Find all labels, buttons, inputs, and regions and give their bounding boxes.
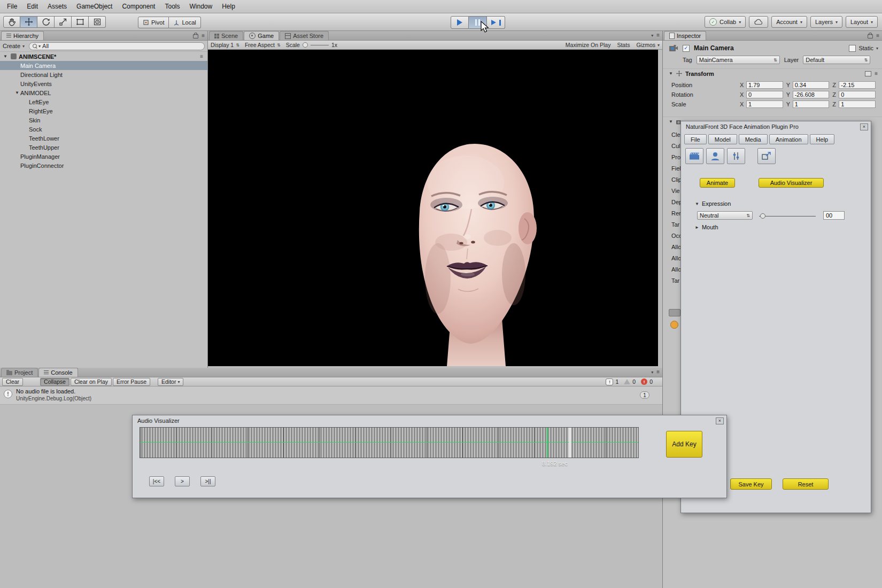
tab-inspector[interactable]: Inspector [664, 31, 706, 40]
aspect-dropdown[interactable]: Free Aspect ⇅ [245, 41, 281, 49]
foldout-icon[interactable]: ▼ [669, 71, 673, 76]
media-clapper-button[interactable] [685, 148, 703, 164]
console-toolbar-button[interactable]: Clear [2, 378, 23, 386]
hierarchy-item[interactable]: LeftEye [0, 97, 207, 106]
collab-dropdown[interactable]: ✓ Collab ▾ [705, 16, 746, 28]
layers-dropdown[interactable]: Layers ▾ [810, 16, 842, 28]
axis-z-field[interactable]: -2.15 [839, 81, 876, 89]
console-toolbar-button[interactable]: Collapse [40, 378, 69, 386]
panel-menu-icon[interactable]: ≡ [876, 33, 879, 38]
axis-z-field[interactable]: 0 [839, 91, 876, 98]
display-dropdown[interactable]: Display 1 ⇅ [211, 41, 239, 49]
hierarchy-item[interactable]: Skin [0, 115, 207, 125]
model-face-button[interactable] [706, 148, 724, 164]
scene-menu-icon[interactable]: ≡ [200, 53, 203, 59]
close-button[interactable]: × [716, 417, 724, 424]
animate-button[interactable]: Animate [700, 178, 735, 188]
hierarchy-item[interactable]: PluginConnector [0, 161, 207, 170]
static-flags-arrow-icon[interactable]: ▾ [876, 46, 878, 51]
hierarchy-item[interactable]: TeethLower [0, 134, 207, 143]
component-gizmo-icon[interactable] [670, 321, 678, 329]
info-count-icon[interactable]: ! [606, 378, 613, 385]
playhead[interactable] [547, 428, 548, 458]
plugin-menu-button[interactable]: Model [708, 134, 737, 144]
hierarchy-item[interactable]: Main Camera [0, 61, 207, 70]
hierarchy-item[interactable]: TeethUpper [0, 143, 207, 152]
plugin-menu-button[interactable]: File [684, 134, 707, 144]
account-dropdown[interactable]: Account ▾ [771, 16, 807, 28]
rotate-tool-button[interactable] [37, 16, 55, 28]
panel-menu-icon[interactable]: ≡ [656, 369, 660, 375]
axis-y-field[interactable]: 0.34 [793, 81, 830, 89]
save-key-button[interactable]: Save Key [730, 478, 772, 490]
audio-window-titlebar[interactable]: Audio Visualizer [133, 415, 726, 426]
rect-tool-button[interactable] [72, 16, 89, 28]
axis-x-field[interactable]: 1 [746, 100, 783, 108]
audio-visualizer-button[interactable]: Audio Visualizer [759, 178, 824, 188]
tag-dropdown[interactable]: MainCamera ⇅ [697, 56, 780, 64]
editor-dropdown[interactable]: Editor ▾ [158, 378, 183, 386]
layout-dropdown[interactable]: Layout ▾ [846, 16, 878, 28]
axis-x-field[interactable]: 1.79 [746, 81, 783, 89]
hierarchy-item[interactable]: Sock [0, 125, 207, 134]
waveform-timeline[interactable] [140, 427, 639, 458]
expression-slider-track[interactable] [759, 216, 816, 216]
hierarchy-item[interactable]: ▼ ANIMODEL [0, 88, 207, 97]
panel-menu-icon[interactable]: ≡ [656, 33, 660, 38]
tuning-sliders-button[interactable] [727, 148, 745, 164]
component-menu-icon[interactable]: ≡ [875, 71, 878, 76]
foldout-icon[interactable]: ▼ [2, 54, 9, 59]
tab-asset-store[interactable]: Asset Store [280, 31, 329, 40]
close-button[interactable]: × [860, 123, 868, 130]
layer-dropdown[interactable]: Default ⇅ [803, 56, 870, 64]
stats-toggle[interactable]: Stats [617, 42, 630, 48]
tab-console[interactable]: Console [38, 368, 78, 377]
texture-swatch[interactable] [669, 309, 680, 316]
menu-item[interactable]: File [2, 0, 22, 13]
maximize-on-play-toggle[interactable]: Maximize On Play [566, 42, 611, 48]
scale-slider-knob[interactable] [303, 42, 308, 48]
expression-amount-field[interactable]: 00 [823, 211, 845, 220]
lock-icon[interactable] [868, 34, 873, 38]
hierarchy-item[interactable]: UnityEvents [0, 79, 207, 88]
play-button[interactable] [451, 16, 469, 29]
tab-scene[interactable]: Scene [209, 31, 243, 40]
menu-item[interactable]: GameObject [72, 0, 117, 13]
transport-button[interactable]: >|| [200, 476, 215, 486]
cloud-button[interactable] [749, 16, 768, 28]
reset-button[interactable]: Reset [783, 478, 829, 490]
menu-item[interactable]: Edit [22, 0, 43, 13]
expression-dropdown[interactable]: Neutral ⇅ [697, 211, 753, 220]
mouth-foldout[interactable]: ► Mouth [695, 224, 718, 230]
hand-tool-button[interactable] [3, 16, 20, 28]
error-count-icon[interactable]: ! [641, 378, 647, 385]
panel-menu-icon[interactable]: ≡ [202, 33, 205, 38]
gizmos-dropdown[interactable]: Gizmos ▾ [636, 41, 660, 49]
tab-project[interactable]: Project [1, 368, 38, 377]
chevron-down-icon[interactable]: ▾ [651, 370, 653, 375]
transform-component-header[interactable]: ▼ Transform ≡ [663, 68, 882, 78]
console-toolbar-button[interactable]: Clear on Play [71, 378, 112, 386]
axis-y-field[interactable]: 1 [793, 100, 830, 108]
menu-item[interactable]: Window [184, 0, 217, 13]
create-dropdown[interactable]: Create ▾ [3, 43, 25, 49]
scale-slider-track[interactable] [311, 45, 329, 45]
scale-tool-button[interactable] [55, 16, 72, 28]
tab-hierarchy[interactable]: Hierarchy [1, 31, 44, 40]
plugin-window-titlebar[interactable]: NaturalFront 3D Face Animation Plugin Pr… [681, 121, 871, 132]
transform-tool-button[interactable] [89, 16, 106, 28]
menu-item[interactable]: Assets [43, 0, 72, 13]
expression-foldout[interactable]: ▼ Expression [695, 200, 731, 207]
menu-item[interactable]: Component [117, 0, 160, 13]
chevron-down-icon[interactable]: ▾ [651, 33, 653, 38]
presets-icon[interactable] [865, 71, 871, 76]
axis-x-field[interactable]: 0 [746, 91, 783, 98]
plugin-menu-button[interactable]: Animation [769, 134, 808, 144]
hierarchy-search-input[interactable]: ▾ All [29, 42, 205, 50]
pivot-toggle-button[interactable]: Pivot [138, 17, 169, 28]
console-toolbar-button[interactable]: Error Pause [113, 378, 150, 386]
hierarchy-item[interactable]: RightEye [0, 106, 207, 115]
menu-item[interactable]: Help [217, 0, 240, 13]
axis-z-field[interactable]: 1 [839, 100, 876, 108]
add-key-button[interactable]: Add Key [666, 431, 702, 458]
